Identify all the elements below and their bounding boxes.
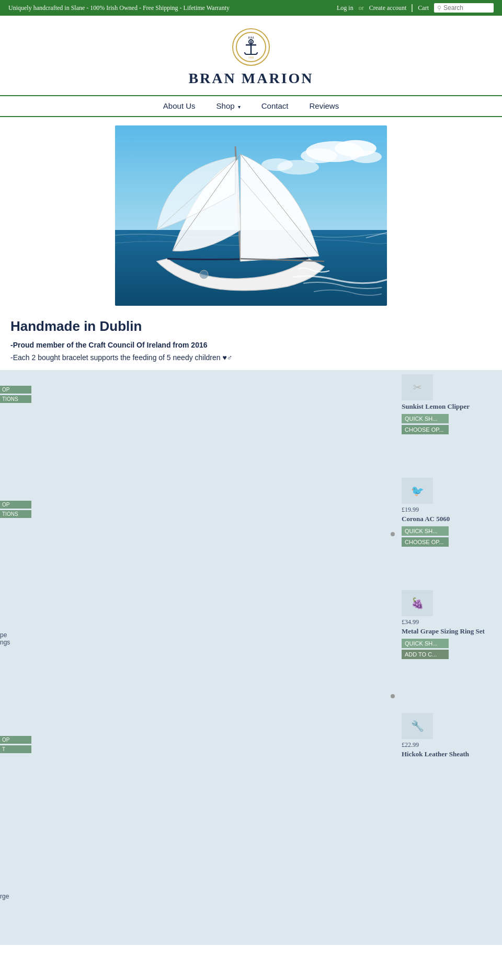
search-icon: ⚲ [437,5,441,11]
nav-item-contact[interactable]: Contact [261,101,289,111]
cart-link[interactable]: Cart [412,4,429,12]
left-btn-group-1: OP TIONS [0,386,31,405]
shop-button-3[interactable]: OP [0,736,31,744]
svg-text:BM: BM [248,36,255,40]
svg-text:1960: 1960 [248,56,254,59]
product-card-1: ✂ Sunkist Lemon Clipper QUICK SH... CHOO… [402,374,498,436]
top-bar: Uniquely handcrafted in Slane - 100% Iri… [0,0,502,16]
hero-section [0,117,502,306]
options-button-2[interactable]: TIONS [0,510,31,518]
quick-shop-btn-2[interactable]: QUICK SH... [402,526,449,536]
product-thumb-3: 🍇 [402,590,433,616]
nav-list: About Us Shop ▾ Contact Reviews [163,101,339,111]
nav-link-shop[interactable]: Shop ▾ [216,101,241,110]
product-card-2: 🐦 £19.99 Corona AC 5060 QUICK SH... CHOO… [402,478,498,548]
product-name-3: Metal Grape Sizing Ring Set [402,627,498,636]
logo-area: BM 1960 Bran Marion [0,16,502,95]
product-price-3: £34.99 [402,618,498,626]
choose-options-btn-1[interactable]: CHOOSE OP... [402,425,449,434]
nav-link-reviews[interactable]: Reviews [309,101,339,110]
left-btn-group-2: OP TIONS [0,501,31,520]
create-account-link[interactable]: Create account [369,4,407,12]
add-to-cart-btn-3[interactable]: ADD TO C... [402,650,449,659]
product-card-4: 🔧 £22.99 Hickok Leather Sheath [402,713,498,762]
login-link[interactable]: Log in [337,4,353,12]
top-bar-actions: Log in or Create account Cart ⚲ [337,3,494,13]
left-label-group-1: pe ngs [0,631,10,646]
nav-link-contact[interactable]: Contact [261,101,289,110]
search-box: ⚲ [434,3,494,13]
logo-icon: BM 1960 [232,28,270,66]
left-label-group-2: rge [0,893,9,900]
nav-item-shop[interactable]: Shop ▾ [216,101,241,111]
quick-shop-btn-3[interactable]: QUICK SH... [402,639,449,648]
product-name-1: Sunkist Lemon Clipper [402,402,498,411]
label-rge: rge [0,893,9,900]
nav-item-about[interactable]: About Us [163,101,196,111]
product-card-3: 🍇 £34.99 Metal Grape Sizing Ring Set QUI… [402,590,498,661]
quick-shop-btn-1[interactable]: QUICK SH... [402,414,449,423]
hero-image-container [115,125,387,306]
svg-point-21 [200,270,208,279]
product-thumb-4: 🔧 [402,713,433,739]
anchor-logo-svg: BM 1960 [235,31,267,63]
label-pe: pe [0,631,10,639]
choose-options-btn-2[interactable]: CHOOSE OP... [402,537,449,547]
dot-marker-2 [391,694,395,698]
dropdown-arrow-icon: ▾ [238,104,241,110]
brand-name: Bran Marion [8,70,494,87]
or-separator: or [359,4,364,12]
nav-link-about[interactable]: About Us [163,101,196,110]
product-price-2: £19.99 [402,506,498,514]
handmade-title: Handmade in Dublin [10,318,492,335]
label-ngs: ngs [0,639,10,646]
main-nav: About Us Shop ▾ Contact Reviews [0,95,502,117]
product-thumb-2: 🐦 [402,478,433,504]
craft-council-text: -Proud member of the Craft Council Of Ir… [10,341,492,349]
product-price-4: £22.99 [402,741,498,749]
cart-button-3[interactable]: T [0,745,31,753]
options-button-1[interactable]: TIONS [0,395,31,403]
promo-text: Uniquely handcrafted in Slane - 100% Iri… [8,4,230,12]
product-name-4: Hickok Leather Sheath [402,750,498,758]
products-overlay: OP TIONS OP TIONS pe ngs OP T rge ✂ Sunk… [0,370,502,945]
bracelet-text: -Each 2 bought bracelet supports the fee… [10,353,492,362]
svg-point-11 [350,151,382,163]
shop-button-1[interactable]: OP [0,386,31,394]
product-right-col: ✂ Sunkist Lemon Clipper QUICK SH... CHOO… [397,370,502,766]
hero-sailboat-svg [115,125,387,306]
dot-marker-1 [391,532,395,536]
nav-item-reviews[interactable]: Reviews [309,101,339,111]
left-btn-group-3: OP T [0,736,31,755]
product-name-2: Corona AC 5060 [402,515,498,523]
shop-button-2[interactable]: OP [0,501,31,509]
product-thumb-1: ✂ [402,374,433,400]
content-section: Handmade in Dublin -Proud member of the … [0,306,502,370]
search-input[interactable] [443,4,490,11]
logo-circle: BM 1960 [232,28,270,66]
